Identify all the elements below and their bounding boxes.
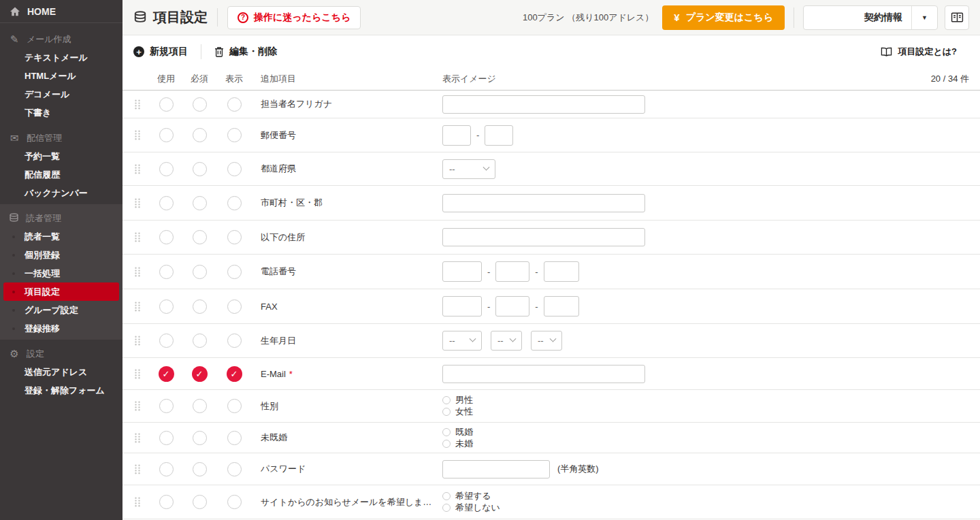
use-radio[interactable] xyxy=(159,462,174,476)
display-radio[interactable] xyxy=(227,399,242,413)
required-radio[interactable] xyxy=(193,230,207,244)
display-radio[interactable] xyxy=(227,162,242,176)
radio-option[interactable]: 女性 xyxy=(442,406,473,417)
display-radio[interactable] xyxy=(227,299,242,314)
radio-option[interactable]: 希望する xyxy=(442,491,500,502)
display-radio[interactable] xyxy=(227,97,242,112)
required-radio[interactable] xyxy=(193,495,207,509)
preview-text-input[interactable] xyxy=(442,95,645,114)
sidebar-item-home[interactable]: HOME xyxy=(0,0,122,23)
select-dropdown[interactable]: -- xyxy=(442,331,482,351)
sidebar-item[interactable]: テキストメール xyxy=(0,48,122,67)
preview-tel-input-1[interactable] xyxy=(442,296,482,316)
use-radio[interactable] xyxy=(159,230,174,244)
use-radio[interactable] xyxy=(159,495,174,509)
select-dropdown[interactable]: -- xyxy=(442,159,495,179)
sidebar-item[interactable]: 個別登録 xyxy=(0,246,122,264)
preview-password-input[interactable] xyxy=(442,460,550,478)
sidebar-item[interactable]: 予約一覧 xyxy=(0,147,122,165)
use-radio[interactable] xyxy=(159,265,174,279)
drag-handle[interactable] xyxy=(134,464,150,474)
display-checked-icon[interactable]: ✓ xyxy=(227,366,242,382)
sidebar-item[interactable]: HTMLメール xyxy=(0,67,122,85)
sidebar-item[interactable]: 登録・解除フォーム xyxy=(0,381,122,400)
use-radio[interactable] xyxy=(159,128,174,142)
radio-option[interactable]: 未婚 xyxy=(442,438,473,449)
preview-text-input[interactable] xyxy=(442,228,645,246)
sidebar-item[interactable]: 送信元アドレス xyxy=(0,363,122,381)
preview-tel-input-3[interactable] xyxy=(544,296,579,316)
preview-text-input[interactable] xyxy=(442,194,645,212)
required-radio[interactable] xyxy=(193,462,207,476)
radio-option[interactable]: 男性 xyxy=(442,395,473,406)
drag-handle[interactable] xyxy=(134,336,150,346)
display-radio[interactable] xyxy=(227,265,242,279)
display-radio[interactable] xyxy=(227,431,242,445)
drag-handle[interactable] xyxy=(134,497,150,507)
required-radio[interactable] xyxy=(193,162,207,176)
drag-handle[interactable] xyxy=(134,369,150,379)
required-radio[interactable] xyxy=(193,399,207,413)
sidebar-item[interactable]: バックナンバー xyxy=(0,184,122,202)
required-radio[interactable] xyxy=(193,299,207,314)
use-radio[interactable] xyxy=(159,196,174,210)
display-radio[interactable] xyxy=(227,462,242,476)
drag-handle[interactable] xyxy=(134,267,150,277)
use-checked-icon[interactable]: ✓ xyxy=(159,366,174,382)
sidebar-item[interactable]: 登録推移 xyxy=(0,319,122,338)
display-radio[interactable] xyxy=(227,334,242,348)
select-dropdown[interactable]: -- xyxy=(531,331,562,351)
sidebar-item[interactable]: 下書き xyxy=(0,103,122,122)
row-label-text: 性別 xyxy=(261,401,278,411)
radio-option[interactable]: 既婚 xyxy=(442,427,473,438)
use-radio[interactable] xyxy=(159,334,174,348)
preview-tel-input-3[interactable] xyxy=(544,261,579,282)
preview-tel-input-2[interactable] xyxy=(495,296,529,316)
sidebar-item[interactable]: 一括処理 xyxy=(0,264,122,282)
drag-handle[interactable] xyxy=(134,232,150,242)
display-radio[interactable] xyxy=(227,230,242,244)
manual-button[interactable] xyxy=(945,5,969,30)
sidebar-item[interactable]: 読者一覧 xyxy=(0,227,122,246)
drag-handle[interactable] xyxy=(134,198,150,208)
drag-handle[interactable] xyxy=(134,433,150,443)
preview-text-input[interactable] xyxy=(442,365,645,383)
display-radio[interactable] xyxy=(227,196,242,210)
sidebar-item[interactable]: デコメール xyxy=(0,85,122,103)
row-label-text: 未既婚 xyxy=(261,432,287,442)
required-radio[interactable] xyxy=(193,97,207,112)
drag-handle[interactable] xyxy=(134,130,150,140)
select-dropdown[interactable]: -- xyxy=(491,331,522,351)
contract-info-dropdown[interactable]: 契約情報 ▼ xyxy=(803,5,938,30)
use-radio[interactable] xyxy=(159,162,174,176)
required-radio[interactable] xyxy=(193,431,207,445)
use-radio[interactable] xyxy=(159,299,174,314)
required-radio[interactable] xyxy=(193,196,207,210)
preview-zip-input-1[interactable] xyxy=(442,125,471,146)
sidebar-item[interactable]: 配信履歴 xyxy=(0,165,122,184)
help-button[interactable]: ? 操作に迷ったらこちら xyxy=(227,6,361,29)
radio-option[interactable]: 希望しない xyxy=(442,502,500,513)
display-radio[interactable] xyxy=(227,128,242,142)
required-checked-icon[interactable]: ✓ xyxy=(192,366,208,382)
what-is-link[interactable]: 項目設定とは? xyxy=(881,46,957,58)
drag-handle[interactable] xyxy=(134,99,150,110)
edit-delete-button[interactable]: 編集・削除 xyxy=(214,46,277,58)
sidebar-item-active[interactable]: 項目設定 xyxy=(3,282,119,301)
preview-tel-input-2[interactable] xyxy=(495,261,529,282)
new-item-button[interactable]: + 新規項目 xyxy=(133,46,188,58)
preview-tel-input-1[interactable] xyxy=(442,261,482,282)
display-radio[interactable] xyxy=(227,495,242,509)
use-radio[interactable] xyxy=(159,97,174,112)
use-radio[interactable] xyxy=(159,431,174,445)
drag-handle[interactable] xyxy=(134,401,150,411)
preview-zip-input-2[interactable] xyxy=(485,125,513,146)
drag-handle[interactable] xyxy=(134,164,150,174)
required-radio[interactable] xyxy=(193,128,207,142)
sidebar-item[interactable]: グループ設定 xyxy=(0,301,122,319)
required-radio[interactable] xyxy=(193,334,207,348)
required-radio[interactable] xyxy=(193,265,207,279)
drag-handle[interactable] xyxy=(134,302,150,312)
plan-change-button[interactable]: ¥ プラン変更はこちら xyxy=(662,5,785,30)
use-radio[interactable] xyxy=(159,399,174,413)
